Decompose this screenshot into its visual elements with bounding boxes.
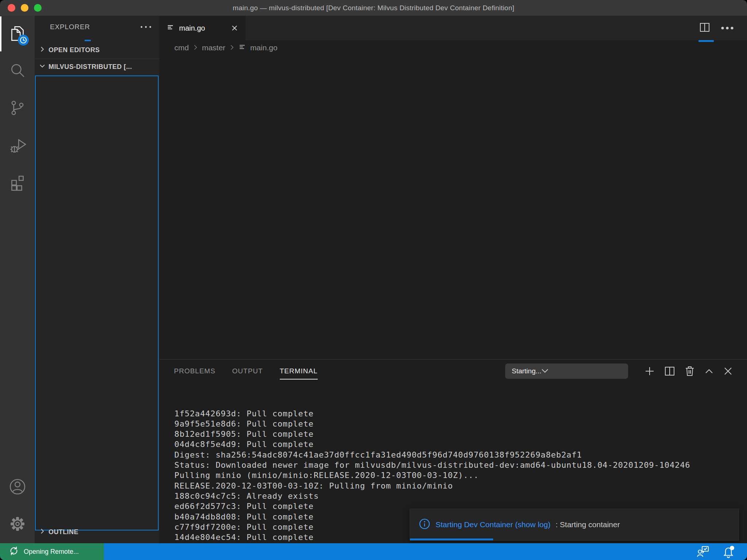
tab-main-go[interactable]: main.go (159, 16, 245, 40)
sidebar-title: EXPLORER (50, 23, 90, 31)
chevron-right-icon (39, 46, 46, 54)
file-tree-focused[interactable] (35, 75, 159, 530)
run-debug-icon (9, 136, 26, 155)
outline-header[interactable]: OUTLINE (35, 526, 159, 538)
remote-status-item[interactable]: Opening Remote... (0, 543, 104, 560)
active-indicator (0, 16, 1, 51)
source-control-icon (9, 99, 26, 118)
activity-bar (0, 16, 35, 543)
more-actions-icon[interactable] (721, 25, 734, 31)
close-panel-icon[interactable] (724, 367, 732, 376)
go-file-icon (239, 43, 247, 53)
sidebar-header: EXPLORER (35, 16, 159, 38)
clock-loading-badge (18, 35, 29, 46)
close-tab-icon[interactable] (229, 23, 240, 33)
search-icon (9, 62, 26, 81)
zoom-window-button[interactable] (34, 4, 42, 12)
chevron-down-icon (39, 63, 46, 71)
gear-icon (9, 516, 26, 534)
feedback-icon[interactable] (697, 545, 709, 558)
bell-dot-icon[interactable] (721, 545, 735, 558)
terminal-picker-value: Starting... (512, 367, 541, 375)
chevron-right-icon (193, 43, 198, 52)
extensions-button[interactable] (0, 164, 35, 202)
window-controls (0, 0, 42, 16)
chevron-right-icon (229, 43, 235, 52)
settings-button[interactable] (0, 506, 35, 543)
editor-group: main.go cmd master ma (159, 16, 747, 543)
editor-content[interactable] (159, 55, 747, 359)
run-debug-button[interactable] (0, 127, 35, 164)
sync-spinner-icon (9, 546, 19, 558)
breadcrumb-item-cmd[interactable]: cmd (174, 43, 189, 52)
go-file-icon (167, 23, 175, 33)
sidebar-progress-bar (85, 40, 91, 41)
info-icon (419, 518, 430, 531)
source-control-button[interactable] (0, 90, 35, 127)
split-terminal-icon[interactable] (665, 366, 675, 376)
status-bar-right (697, 543, 747, 560)
window-title: main.go — milvus-distributed [Dev Contai… (233, 4, 514, 12)
panel-header: PROBLEMS OUTPUT TERMINAL Starting... (159, 359, 747, 383)
vscode-window: main.go — milvus-distributed [Dev Contai… (0, 0, 747, 560)
status-bar: Opening Remote... (0, 543, 747, 560)
account-icon (9, 478, 26, 497)
accounts-button[interactable] (0, 469, 35, 506)
maximize-panel-chevron-up-icon[interactable] (705, 368, 713, 374)
breadcrumb-item-main-go[interactable]: main.go (250, 43, 278, 52)
breadcrumb-item-master[interactable]: master (202, 43, 225, 52)
breadcrumb: cmd master main.go (159, 40, 747, 55)
chevron-down-icon (541, 367, 549, 375)
notification-message: : Starting container (556, 520, 620, 529)
new-terminal-plus-icon[interactable] (645, 366, 654, 376)
tab-label: main.go (179, 24, 205, 32)
panel-actions: Starting... (505, 363, 732, 379)
tab-problems[interactable]: PROBLEMS (174, 359, 216, 383)
open-editors-label: OPEN EDITORS (49, 46, 100, 54)
tab-output[interactable]: OUTPUT (232, 359, 263, 383)
terminal-picker-dropdown[interactable]: Starting... (505, 363, 628, 379)
minimize-window-button[interactable] (21, 4, 28, 12)
chevron-right-icon (39, 528, 46, 536)
open-editors-header[interactable]: OPEN EDITORS (35, 43, 159, 57)
notification-link[interactable]: Starting Dev Container (show log) (436, 520, 550, 529)
outline-label: OUTLINE (49, 528, 78, 536)
explorer-button[interactable] (0, 16, 35, 53)
split-editor-icon[interactable] (700, 23, 710, 34)
workspace-folder-label: MILVUS-DISTRIBUTED [... (49, 63, 132, 71)
remote-status-label: Opening Remote... (24, 548, 79, 556)
activity-bar-spacer (0, 202, 35, 469)
kill-terminal-trash-icon[interactable] (685, 366, 694, 376)
search-button[interactable] (0, 53, 35, 90)
titlebar: main.go — milvus-distributed [Dev Contai… (0, 0, 747, 16)
notification-toast[interactable]: Starting Dev Container (show log) : Star… (410, 509, 739, 541)
tab-terminal[interactable]: TERMINAL (280, 359, 318, 383)
extensions-icon (9, 174, 26, 192)
workspace-folder-header[interactable]: MILVUS-DISTRIBUTED [... (35, 59, 159, 74)
notification-progress-bar (410, 538, 493, 540)
more-actions-icon[interactable] (140, 25, 152, 29)
editor-actions (700, 16, 747, 40)
sidebar-explorer: EXPLORER OPEN EDITORS MILVUS-DISTRIBUTED… (35, 16, 159, 543)
close-window-button[interactable] (8, 4, 15, 12)
tab-bar: main.go (159, 16, 747, 40)
